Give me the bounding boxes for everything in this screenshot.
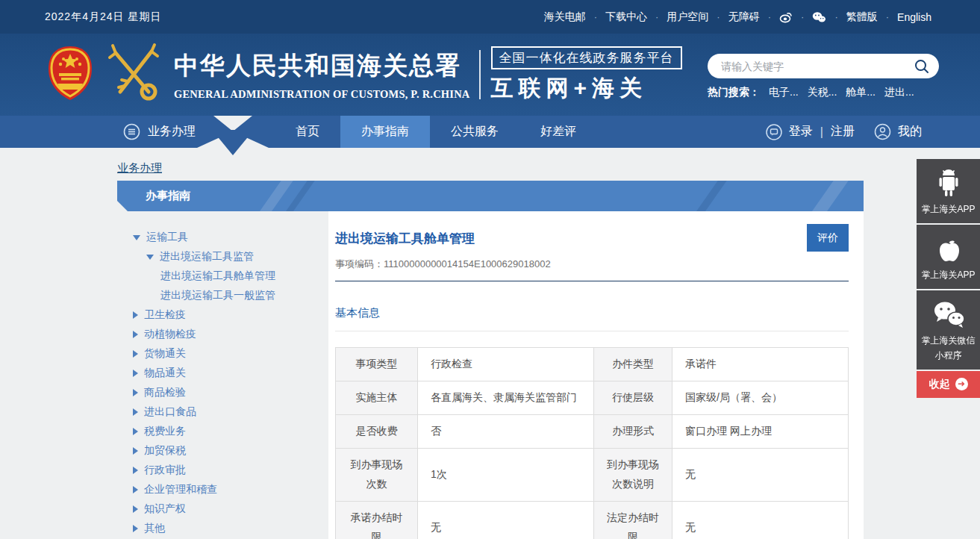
category-sidebar: 运输工具进出境运输工具监管进出境运输工具舱单管理进出境运输工具一般监管卫生检疫动…: [117, 211, 328, 539]
business-menu-toggle[interactable]: 业务办理: [123, 116, 196, 148]
nav-account-area: 登录 | 注册 我的: [766, 116, 922, 148]
sidebar-item[interactable]: 进出境运输工具一般监管: [117, 286, 328, 305]
info-label: 实施主体: [336, 381, 418, 415]
my-account-link[interactable]: 我的: [898, 124, 922, 140]
nav-tab[interactable]: 公共服务: [430, 116, 519, 148]
site-header: 中华人民共和国海关总署 GENERAL ADMINISTRATION OF CU…: [0, 34, 980, 116]
info-value: 无: [672, 501, 849, 539]
item-code: 事项编码：11100000000014154E1000629018002: [335, 258, 849, 271]
nav-tab[interactable]: 办事指南: [340, 116, 430, 148]
login-bubble-icon: [766, 124, 782, 140]
breadcrumb[interactable]: 业务办理: [117, 148, 162, 175]
sidebar-item[interactable]: 知识产权: [117, 499, 328, 519]
utility-link[interactable]: 海关电邮: [544, 10, 605, 24]
banner-stripe: [862, 181, 864, 211]
utility-link[interactable]: 繁體版: [846, 10, 897, 24]
info-value: 各直属海关、隶属海关监管部门: [418, 381, 594, 415]
info-label: 是否收费: [336, 415, 418, 449]
search-input[interactable]: [721, 60, 914, 72]
platform-block: 全国一体化在线政务服务平台 互联网+海关: [491, 46, 682, 104]
info-value: 否: [418, 415, 594, 449]
page-container: 业务办理 办事指南 运输工具进出境运输工具监管进出境运输工具舱单管理进出境运输工…: [117, 148, 864, 539]
sidebar-item[interactable]: 进出境运输工具舱单管理: [117, 267, 328, 286]
sidebar-item[interactable]: 卫生检疫: [117, 305, 328, 325]
search-icon[interactable]: [914, 58, 930, 75]
info-value: 无: [418, 501, 594, 539]
current-date: 2022年4月24日 星期日: [45, 10, 161, 24]
sidebar-item[interactable]: 运输工具: [117, 228, 328, 247]
national-emblem-logo: [47, 45, 93, 105]
info-label: 到办事现场次数说明: [594, 449, 672, 502]
collapse-button[interactable]: 收起 ➜: [917, 371, 980, 398]
app-panel-label: 掌上海关APP: [919, 202, 978, 216]
info-value: 承诺件: [672, 348, 849, 381]
sidebar-item[interactable]: 税费业务: [117, 422, 328, 441]
table-row: 到办事现场次数 1次 到办事现场次数说明 无: [336, 449, 849, 502]
platform-badge: 全国一体化在线政务服务平台: [491, 46, 682, 69]
utility-link[interactable]: 无障碍: [728, 10, 779, 24]
info-value: 窗口办理 网上办理: [672, 415, 849, 449]
utility-link[interactable]: [779, 11, 812, 23]
info-label: 事项类型: [336, 348, 418, 381]
hot-search-link[interactable]: 舱单...: [846, 86, 876, 99]
hot-search-link[interactable]: 关税...: [808, 86, 837, 99]
site-title-english: GENERAL ADMINISTRATION OF CUSTOMS, P. R.…: [174, 88, 470, 101]
table-row: 事项类型 行政检查 办件类型 承诺件: [336, 348, 849, 381]
table-row: 实施主体 各直属海关、隶属海关监管部门 行使层级 国家级/局（署、会）: [336, 381, 849, 415]
info-label: 承诺办结时限: [336, 501, 418, 539]
info-value: 1次: [418, 449, 594, 502]
hot-search-row: 热门搜索： 电子...关税...舱单...进出...: [708, 86, 939, 99]
search-box[interactable]: [708, 54, 939, 78]
page-title: 进出境运输工具舱单管理: [335, 224, 475, 247]
sidebar-item[interactable]: 物品通关: [117, 364, 328, 383]
info-label: 到办事现场次数: [336, 449, 418, 502]
sidebar-item[interactable]: 其他: [117, 519, 328, 538]
main-navbar: 业务办理 首页办事指南公共服务好差评 登录 | 注册 我的: [0, 116, 980, 148]
nav-tab[interactable]: 好差评: [519, 116, 597, 148]
info-label: 办理形式: [594, 415, 672, 449]
app-panel-item[interactable]: 掌上海关APP: [917, 225, 980, 289]
banner-stripe: [690, 181, 731, 211]
floating-app-panel: 掌上海关APP 掌上海关APP: [917, 159, 980, 398]
weibo-icon[interactable]: [779, 11, 793, 23]
hot-search-link[interactable]: 进出...: [884, 86, 914, 99]
site-title-block: 中华人民共和国海关总署 GENERAL ADMINISTRATION OF CU…: [174, 49, 470, 101]
wechat-icon[interactable]: [812, 11, 826, 23]
table-row: 承诺办结时限 无 法定办结时限 无: [336, 501, 849, 539]
app-panel-label: 掌上海关APP: [919, 268, 978, 282]
basic-info-heading: 基本信息: [335, 306, 849, 331]
sidebar-item[interactable]: 货物通关: [117, 344, 328, 364]
info-label: 办件类型: [594, 348, 672, 381]
app-panel-item[interactable]: 掌上海关微信小程序: [917, 290, 980, 369]
register-link[interactable]: 注册: [831, 124, 855, 140]
hot-search-link[interactable]: 电子...: [769, 86, 799, 99]
apple-icon: [919, 234, 978, 265]
app-panel-item[interactable]: 掌上海关APP: [917, 159, 980, 223]
evaluate-button[interactable]: 评价: [807, 224, 849, 252]
sidebar-item[interactable]: 企业管理和稽查: [117, 480, 328, 499]
sidebar-item[interactable]: 动植物检疫: [117, 325, 328, 344]
title-divider: [335, 281, 849, 281]
collapse-label: 收起: [929, 378, 950, 391]
business-menu-label: 业务办理: [148, 124, 196, 140]
sidebar-item[interactable]: 加贸保税: [117, 441, 328, 461]
platform-name: 互联网+海关: [491, 73, 682, 104]
login-register-divider: |: [820, 125, 823, 139]
utility-link[interactable]: 下载中心: [605, 10, 667, 24]
sidebar-item[interactable]: 进出境运输工具监管: [117, 247, 328, 267]
collapse-arrow-icon: ➜: [955, 378, 968, 390]
sidebar-item[interactable]: 商品检验: [117, 383, 328, 402]
android-icon: [919, 168, 978, 199]
main-content: 进出境运输工具舱单管理 评价 事项编码：11100000000014154E10…: [328, 211, 864, 539]
utility-link[interactable]: [812, 11, 846, 23]
customs-keys-logo: [105, 43, 163, 107]
utility-link[interactable]: English: [897, 11, 931, 23]
sidebar-item[interactable]: 行政审批: [117, 461, 328, 480]
nav-tab[interactable]: 首页: [275, 116, 340, 148]
top-utility-bar: 2022年4月24日 星期日 海关电邮 下载中心 用户空间 无障碍: [0, 0, 980, 34]
banner-stripe: [806, 181, 853, 211]
utility-link[interactable]: 用户空间: [667, 10, 728, 24]
sidebar-item[interactable]: 进出口食品: [117, 402, 328, 422]
login-link[interactable]: 登录: [789, 124, 813, 140]
user-icon: [874, 123, 891, 140]
